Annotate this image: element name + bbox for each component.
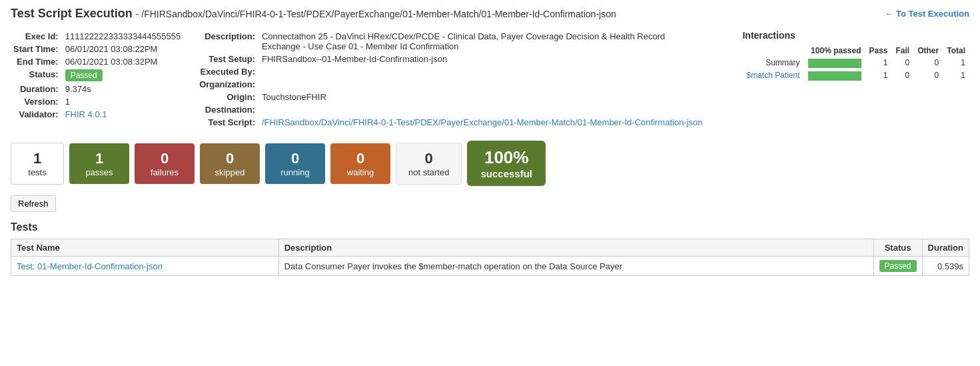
start-time-label: Start Time: — [11, 43, 63, 55]
test-name-link[interactable]: Test: 01-Member-Id-Confirmation-json — [17, 261, 163, 271]
stats-row: 1 tests 1 passes 0 failures 0 skipped 0 … — [11, 141, 969, 186]
title-subtitle: - /FHIRSandbox/DaVinci/FHIR4-0-1-Test/PD… — [136, 9, 616, 19]
top-section: Exec Id: 111122222333333444555555 Start … — [11, 30, 969, 129]
interactions-row: Summary1001 — [742, 57, 969, 69]
status-badge: Passed — [879, 260, 917, 272]
executed-by-label: Executed By: — [197, 65, 259, 78]
organization-value — [259, 78, 706, 91]
back-link[interactable]: ← To Test Execution — [885, 9, 969, 19]
th-percent: 100% passed — [804, 45, 865, 57]
test-setup-value: FHIRSandbox--01-Member-Id-Confirmation-j… — [259, 53, 706, 65]
test-script-link[interactable]: /FHIRSandbox/DaVinci/FHIR4-0-1-Test/PDEX… — [262, 117, 703, 127]
failures-number: 0 — [147, 150, 183, 167]
interaction-progress-cell — [804, 69, 865, 82]
duration-label: Duration: — [11, 83, 63, 95]
interactions-section: Interactions 100% passed Pass Fail Other… — [742, 30, 969, 129]
interaction-pass: 1 — [865, 69, 892, 82]
stat-success: 100% successful — [467, 141, 546, 186]
tests-label: tests — [23, 167, 51, 177]
stat-failures: 0 failures — [135, 143, 195, 184]
interaction-fail: 0 — [892, 57, 914, 69]
destination-value — [259, 103, 706, 116]
running-label: running — [277, 167, 313, 177]
th-fail: Fail — [892, 45, 914, 57]
stat-not-started: 0 not started — [396, 143, 462, 185]
failures-label: failures — [147, 167, 183, 177]
title-main: Test Script Execution — [11, 7, 133, 20]
progress-bar-fill — [808, 59, 861, 68]
origin-label: Origin: — [197, 91, 259, 103]
not-started-label: not started — [408, 167, 449, 177]
description-value: Connectathon 25 - DaVinci HRex/CDex/PCDE… — [259, 30, 706, 53]
exec-id-value: 111122222333333444555555 — [63, 30, 184, 43]
interaction-row-label: Summary — [742, 57, 803, 69]
th-other: Other — [913, 45, 943, 57]
skipped-label: skipped — [212, 167, 248, 177]
tests-section: Tests Test Name Description Status Durat… — [11, 221, 969, 276]
interactions-title: Interactions — [742, 30, 969, 41]
interaction-other: 0 — [913, 69, 943, 82]
th-test-name: Test Name — [11, 239, 279, 257]
waiting-number: 0 — [342, 150, 378, 167]
th-empty — [742, 45, 803, 57]
end-time-value: 06/01/2021 03:08:32PM — [63, 55, 184, 68]
end-time-label: End Time: — [11, 55, 63, 68]
progress-bar-container — [808, 71, 861, 81]
progress-bar-fill — [808, 71, 861, 81]
interaction-label-link[interactable]: $match Patient — [746, 71, 799, 80]
tests-table: Test Name Description Status Duration Te… — [11, 239, 969, 276]
th-description: Description — [278, 239, 873, 257]
waiting-label: waiting — [342, 167, 378, 177]
test-description-cell: Data Consumer Payer invokes the $member-… — [278, 257, 873, 276]
th-status: Status — [873, 239, 922, 257]
interactions-table: 100% passed Pass Fail Other Total Summar… — [742, 45, 969, 82]
exec-id-label: Exec Id: — [11, 30, 63, 43]
tests-title: Tests — [11, 221, 969, 233]
th-pass: Pass — [865, 45, 892, 57]
destination-label: Destination: — [197, 103, 259, 116]
refresh-button[interactable]: Refresh — [11, 195, 56, 212]
interactions-row[interactable]: $match Patient1001 — [742, 69, 969, 82]
description-label: Description: — [197, 30, 259, 53]
page-title: Test Script Execution - /FHIRSandbox/DaV… — [11, 7, 616, 21]
status-label: Status: — [11, 68, 63, 83]
not-started-number: 0 — [408, 150, 449, 167]
running-number: 0 — [277, 150, 313, 167]
interaction-total: 1 — [943, 69, 969, 82]
origin-value: TouchstoneFHIR — [259, 91, 706, 103]
test-status-cell: Passed — [873, 257, 922, 276]
version-value: 1 — [63, 95, 184, 108]
interaction-pass: 1 — [865, 57, 892, 69]
th-duration: Duration — [922, 239, 969, 257]
success-percent: 100% — [480, 147, 532, 168]
validator-link[interactable]: FHIR 4.0.1 — [65, 109, 107, 119]
test-script-label: Test Script: — [197, 116, 259, 129]
tests-number: 1 — [23, 150, 51, 167]
organization-label: Organization: — [197, 78, 259, 91]
status-badge: Passed — [65, 69, 103, 81]
executed-by-value — [259, 65, 706, 78]
progress-bar-container — [808, 59, 861, 68]
table-row: Test: 01-Member-Id-Confirmation-jsonData… — [11, 257, 969, 276]
meta-center: Description: Connectathon 25 - DaVinci H… — [197, 30, 729, 129]
interaction-fail: 0 — [892, 69, 914, 82]
duration-value: 9.374s — [63, 83, 184, 95]
passes-number: 1 — [81, 150, 117, 167]
version-label: Version: — [11, 95, 63, 108]
test-duration-cell: 0.539s — [922, 257, 969, 276]
skipped-number: 0 — [212, 150, 248, 167]
stat-passes: 1 passes — [69, 143, 129, 184]
meta-left: Exec Id: 111122222333333444555555 Start … — [11, 30, 183, 129]
test-name-cell: Test: 01-Member-Id-Confirmation-json — [11, 257, 279, 276]
test-script-value: /FHIRSandbox/DaVinci/FHIR4-0-1-Test/PDEX… — [259, 116, 706, 129]
test-setup-label: Test Setup: — [197, 53, 259, 65]
validator-value: FHIR 4.0.1 — [63, 108, 184, 121]
interaction-row-label[interactable]: $match Patient — [742, 69, 803, 82]
success-label: successful — [480, 168, 532, 179]
interaction-other: 0 — [913, 57, 943, 69]
passes-label: passes — [81, 167, 117, 177]
stat-tests: 1 tests — [11, 143, 64, 185]
th-total: Total — [943, 45, 969, 57]
stat-skipped: 0 skipped — [200, 143, 260, 184]
status-cell: Passed — [63, 68, 184, 83]
